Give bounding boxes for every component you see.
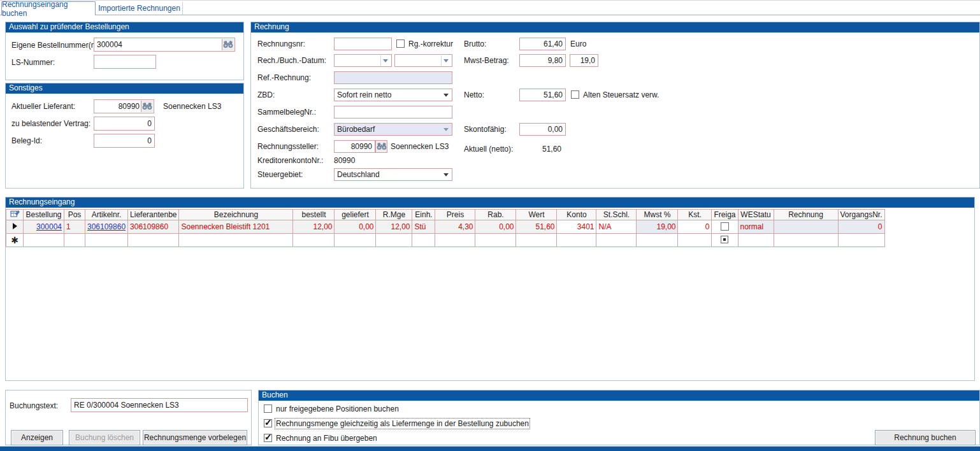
lieferant-search-button[interactable] (141, 101, 153, 112)
col-header-konto[interactable]: Konto (557, 210, 596, 220)
grid-selector-icon (10, 210, 20, 218)
group-rechnungseingang: Rechnungseingang Bes (5, 197, 975, 381)
zbd-dropdown[interactable]: Sofort rein netto (334, 89, 452, 101)
netto-input[interactable]: 51,60 (519, 89, 566, 101)
buchung-loeschen-button[interactable]: Buchung löschen (69, 430, 140, 445)
col-header-wert[interactable]: Wert (516, 210, 557, 220)
rechnungsmenge-vorbelegen-button[interactable]: Rechnungsmenge vorbelegen (143, 430, 247, 445)
anzeigen-button[interactable]: Anzeigen (11, 430, 63, 445)
col-header-bestellung[interactable]: Bestellung (24, 210, 64, 220)
cell-pos[interactable]: 1 (64, 220, 85, 234)
rechnungsnr-input[interactable] (334, 38, 392, 50)
steuergebiet-dropdown[interactable]: Deutschland (334, 168, 452, 181)
alter-steuersatz-checkbox[interactable] (571, 90, 579, 99)
belegid-input[interactable]: 0 (94, 134, 155, 148)
binoculars-icon (142, 103, 152, 110)
cell-kst[interactable]: 0 (678, 220, 712, 234)
geschaeftsbereich-label: Geschäftsbereich: (257, 125, 319, 134)
bestellnummer-input[interactable]: 300004 (94, 38, 235, 52)
rechnungsmenge-liefermenge-checkbox[interactable] (264, 419, 272, 427)
col-header-mwst[interactable]: Mwst % (637, 210, 678, 220)
new-row[interactable]: ✱ (6, 234, 885, 247)
bestellnummer-search-button[interactable] (222, 39, 234, 50)
lieferant-label: Aktueller Lieferant: (11, 102, 75, 111)
group-buchen-title: Buchen (259, 390, 979, 401)
rechnungssteller-search-button[interactable] (375, 140, 387, 153)
buchungstext-value: RE 0/300004 Soennecken LS3 (74, 401, 179, 410)
col-header-rechnung[interactable]: Rechnung (774, 210, 838, 220)
nur-freigegebene-checkbox[interactable] (264, 404, 272, 413)
cell-bezeichnung[interactable]: Soennecken Bleistift 1201 (179, 220, 293, 234)
rechnungsdatum-dropdown[interactable] (334, 54, 392, 67)
brutto-label: Brutto: (464, 39, 486, 48)
fibu-uebergeben-checkbox[interactable] (264, 434, 272, 442)
table-row[interactable]: 300004 1 306109860 306109860 Soennecken … (6, 220, 885, 234)
col-header-geliefert[interactable]: geliefert (335, 210, 376, 220)
col-header-einh[interactable]: Einh. (412, 210, 435, 220)
rechnung-buchen-button[interactable]: Rechnung buchen (875, 430, 976, 445)
group-sonstiges: Sonstiges Aktueller Lieferant: 80990 Soe… (5, 83, 244, 189)
brutto-input[interactable]: 61,40 (519, 38, 566, 50)
col-header-pos[interactable]: Pos (64, 210, 85, 220)
lieferant-value: 80990 (119, 102, 140, 111)
cell-westatus[interactable]: normal (738, 220, 774, 234)
freiga-indeterminate-checkbox[interactable] (721, 236, 728, 243)
zbd-value: Sofort rein netto (337, 90, 442, 99)
cell-stschl[interactable]: N/A (596, 220, 637, 234)
bestellung-link[interactable]: 300004 (36, 222, 62, 231)
rechnungssteller-input[interactable]: 80990 (334, 140, 375, 153)
col-header-preis[interactable]: Preis (435, 210, 475, 220)
mwst-satz-input[interactable]: 19,0 (570, 54, 598, 67)
rechnungssteller-value: 80990 (351, 142, 372, 151)
col-header-lieferantenbe[interactable]: Lieferantenbe (128, 210, 179, 220)
cell-wert[interactable]: 51,60 (516, 220, 557, 234)
geschaeftsbereich-value: Bürobedarf (337, 125, 442, 134)
geschaeftsbereich-dropdown: Bürobedarf (334, 123, 452, 136)
col-header-westatus[interactable]: WEStatu (738, 210, 774, 220)
cell-vorgangsnr[interactable]: 0 (838, 220, 884, 234)
freiga-checkbox[interactable] (721, 222, 729, 231)
col-header-vorgangsnr[interactable]: VorgangsNr. (838, 210, 884, 220)
col-header-bestellt[interactable]: bestellt (293, 210, 335, 220)
cell-rechnung[interactable] (774, 220, 838, 234)
col-header-rab[interactable]: Rab. (475, 210, 516, 220)
col-header-rmge[interactable]: R.Mge (376, 210, 412, 220)
artikelnr-link[interactable]: 306109860 (87, 222, 126, 231)
col-header-stschl[interactable]: St.Schl. (596, 210, 637, 220)
cell-konto[interactable]: 3401 (557, 220, 596, 234)
bestellnummer-label: Eigene Bestellnummer(n): (11, 41, 100, 50)
current-row-indicator[interactable] (6, 220, 24, 234)
vertrag-input[interactable]: 0 (94, 117, 155, 131)
rg-korrektur-checkbox[interactable] (396, 39, 405, 48)
zbd-label: ZBD: (257, 90, 275, 99)
cell-mwst[interactable]: 19,00 (637, 220, 678, 234)
ls-nummer-input[interactable] (94, 55, 156, 69)
col-header-bezeichnung[interactable]: Bezeichnung (179, 210, 293, 220)
cell-lieferantenbe[interactable]: 306109860 (128, 220, 179, 234)
netto-value: 51,60 (544, 90, 563, 99)
tab-importierte-rechnungen[interactable]: Importierte Rechnungen (96, 2, 183, 15)
mwst-betrag-input[interactable]: 9,80 (519, 54, 566, 67)
group-rechnung-title: Rechnung (251, 22, 979, 32)
cell-geliefert[interactable]: 0,00 (335, 220, 376, 234)
new-row-freiga-cell[interactable] (712, 234, 738, 247)
vertrag-value: 0 (147, 119, 152, 128)
lieferant-input[interactable]: 80990 (94, 99, 154, 113)
cell-rab[interactable]: 0,00 (475, 220, 516, 234)
buchungstext-input[interactable]: RE 0/300004 Soennecken LS3 (71, 398, 248, 412)
cell-bestellt[interactable]: 12,00 (293, 220, 335, 234)
sammelbeleg-input[interactable] (334, 106, 452, 118)
buchungsdatum-dropdown[interactable] (394, 54, 452, 67)
cell-rmge[interactable]: 12,00 (376, 220, 412, 234)
cell-preis[interactable]: 4,30 (435, 220, 475, 234)
col-header-artikelnr[interactable]: Artikelnr. (85, 210, 128, 220)
grid-corner-cell[interactable] (6, 210, 24, 220)
euro-label: Euro (570, 39, 586, 48)
col-header-kst[interactable]: Kst. (678, 210, 712, 220)
cell-freiga[interactable] (712, 220, 738, 234)
tab-rechnungseingang-buchen[interactable]: Rechnungseingang buchen (1, 1, 96, 15)
col-header-freiga[interactable]: Freiga (712, 210, 738, 220)
cell-einh[interactable]: Stü (412, 220, 435, 234)
rechnungsmenge-liefermenge-label: Rechnungsmenge gleichzeitig als Lieferme… (276, 419, 529, 428)
skontofaehig-input[interactable]: 0,00 (519, 123, 566, 136)
